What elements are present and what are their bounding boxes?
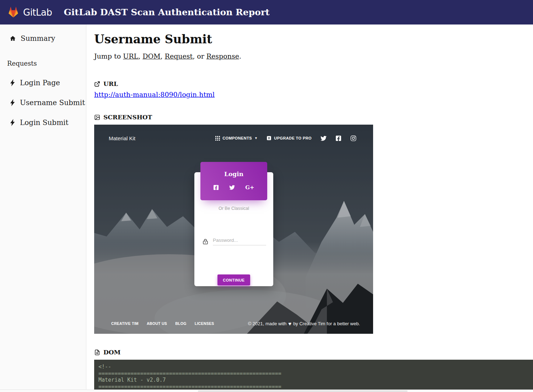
upgrade-label: UPGRADE TO PRO (274, 136, 312, 140)
dom-section: DOM <!-- ===============================… (94, 349, 533, 390)
login-card: Login G+ Or Be Classical (194, 172, 273, 286)
url-section: URL http://auth-manual:8090/login.html (94, 80, 533, 98)
footer-links: CREATIVE TIM ABOUT US BLOG LICENSES (111, 321, 214, 326)
screenshot-label: SCREENSHOT (103, 114, 152, 121)
jump-prefix: Jump to (94, 52, 123, 60)
page-title: Username Submit (94, 32, 533, 46)
code-line: ========================================… (98, 370, 533, 377)
twitter-icon[interactable] (229, 185, 235, 190)
sidebar-item-summary[interactable]: Summary (10, 34, 86, 43)
requests-heading: Requests (7, 60, 86, 67)
google-plus-icon[interactable]: G+ (245, 184, 254, 191)
components-menu[interactable]: COMPONENTS ▼ (215, 136, 258, 141)
embedded-screenshot: Material Kit COMPONENTS ▼ (94, 125, 373, 334)
password-row (202, 236, 266, 245)
lightning-icon (10, 119, 15, 126)
jump-to-line: Jump to URL, DOM, Request, or Response. (94, 52, 533, 60)
jump-link-request[interactable]: Request (165, 52, 193, 60)
facebook-icon[interactable] (213, 185, 219, 190)
sidebar-item-username-submit[interactable]: Username Submit (10, 98, 86, 107)
target-url-link[interactable]: http://auth-manual:8090/login.html (94, 91, 215, 98)
copyright-suffix: by Creative Tim for a better web. (293, 321, 360, 326)
lightning-icon (10, 99, 15, 106)
or-be-classical-text: Or Be Classical (194, 206, 273, 211)
footer-link-licenses[interactable]: LICENSES (195, 321, 214, 326)
jump-link-response[interactable]: Response (206, 52, 239, 60)
code-line: Material Kit - v2.0.7 (98, 377, 533, 383)
screenshot-section-header: SCREENSHOT (94, 114, 533, 121)
code-line: ========================================… (98, 383, 533, 390)
components-label: COMPONENTS (222, 136, 252, 140)
jump-link-url[interactable]: URL (123, 52, 138, 60)
sidebar-item-label: Login Submit (20, 118, 69, 127)
upgrade-to-pro-button[interactable]: UPGRADE TO PRO (266, 136, 312, 141)
jump-end: . (239, 52, 241, 60)
jump-link-dom[interactable]: DOM (142, 52, 160, 60)
code-line: <!-- (98, 364, 533, 370)
gitlab-brand: GitLab (23, 7, 52, 18)
sidebar: Summary Requests Login Page Username Sub… (0, 24, 86, 390)
login-card-header: Login G+ (200, 162, 267, 200)
report-title: GitLab DAST Scan Authentication Report (64, 7, 270, 17)
document-icon (94, 349, 100, 355)
jump-sep: , (138, 52, 142, 60)
jump-or: , or (193, 52, 206, 60)
url-label: URL (103, 80, 118, 87)
chevron-down-icon: ▼ (254, 136, 258, 140)
material-kit-brand[interactable]: Material Kit (109, 135, 135, 141)
external-link-icon (94, 81, 100, 87)
sidebar-item-login-submit[interactable]: Login Submit (10, 118, 86, 127)
twitter-icon[interactable] (321, 135, 327, 141)
sidebar-item-label: Username Submit (20, 98, 85, 107)
screenshot-section: SCREENSHOT (94, 114, 533, 334)
app-header: GitLab GitLab DAST Scan Authentication R… (0, 0, 533, 24)
footer-link-blog[interactable]: BLOG (175, 321, 187, 326)
home-icon (10, 35, 16, 42)
jump-sep: , (160, 52, 165, 60)
summary-label: Summary (21, 34, 55, 43)
instagram-icon[interactable] (350, 135, 356, 141)
footer-copyright: © 2021, made with ♥ by Creative Tim for … (248, 321, 360, 327)
login-title: Login (200, 162, 267, 178)
dom-label: DOM (103, 349, 120, 356)
footer-link-about-us[interactable]: ABOUT US (147, 321, 167, 326)
material-kit-navbar: Material Kit COMPONENTS ▼ (94, 125, 373, 152)
upgrade-icon (266, 136, 271, 141)
sidebar-item-login-page[interactable]: Login Page (10, 78, 86, 87)
image-icon (94, 114, 100, 120)
scrollbar-thumb[interactable] (198, 390, 408, 392)
footer-link-creative-tim[interactable]: CREATIVE TIM (111, 321, 139, 326)
facebook-icon[interactable] (335, 135, 341, 141)
heart-icon: ♥ (288, 321, 291, 327)
material-kit-footer: CREATIVE TIM ABOUT US BLOG LICENSES © 20… (94, 318, 373, 329)
navbar-right: COMPONENTS ▼ UPGRADE TO PRO (215, 125, 356, 152)
password-input[interactable] (213, 236, 266, 245)
sidebar-item-label: Login Page (20, 78, 60, 87)
login-social-buttons: G+ (200, 184, 267, 191)
copyright-prefix: © 2021, made with (248, 321, 287, 326)
grid-icon (215, 136, 220, 141)
lightning-icon (10, 79, 15, 86)
main-content: Username Submit Jump to URL, DOM, Reques… (87, 24, 533, 390)
dom-code-block[interactable]: <!-- ===================================… (94, 360, 533, 390)
lock-icon (202, 238, 209, 245)
dom-section-header: DOM (94, 349, 533, 356)
url-section-header: URL (94, 80, 533, 87)
gitlab-tanuki-icon (7, 6, 20, 18)
horizontal-scrollbar[interactable] (0, 390, 533, 392)
continue-button[interactable]: CONTINUE (217, 274, 250, 285)
